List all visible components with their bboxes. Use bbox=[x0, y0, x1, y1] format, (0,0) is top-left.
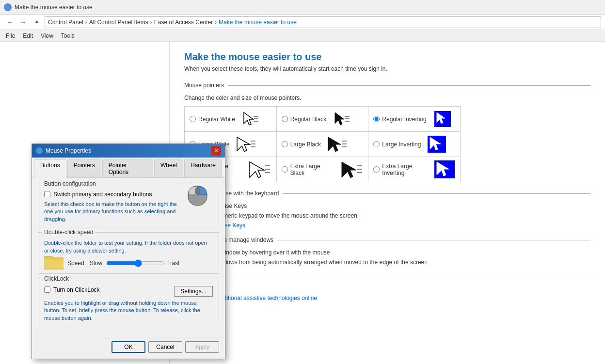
pointer-row-regular: Regular White Regular Black bbox=[185, 107, 460, 132]
svg-marker-16 bbox=[237, 137, 250, 152]
page-subtitle: When you select these tools, they will a… bbox=[184, 65, 590, 72]
mouse-pointers-section-header: Mouse pointers bbox=[184, 82, 590, 89]
radio-extra-large-inverting[interactable] bbox=[373, 166, 380, 173]
hover-activate-row: Activate a window by hovering over it wi… bbox=[184, 249, 590, 256]
radio-large-inverting[interactable] bbox=[373, 141, 380, 147]
pointer-img-extra-large-black bbox=[339, 161, 363, 178]
see-also-section-header: See also bbox=[184, 273, 590, 280]
keyboard-control-section-header: Control the mouse with the keyboard bbox=[184, 190, 590, 197]
prevent-arrange-label[interactable]: Prevent windows from being automatically… bbox=[193, 259, 428, 266]
up-button[interactable] bbox=[31, 16, 43, 28]
radio-regular-inverting[interactable] bbox=[373, 116, 380, 122]
menu-view[interactable]: View bbox=[37, 32, 57, 40]
svg-marker-33 bbox=[437, 162, 449, 176]
pointer-cell-regular-inverting: Regular Inverting bbox=[368, 107, 460, 131]
dialog-content: Button configuration bbox=[32, 178, 225, 337]
path-ease-of-access[interactable]: Ease of Access Center bbox=[154, 19, 213, 26]
tab-wheel[interactable]: Wheel bbox=[154, 159, 183, 177]
speed-slider[interactable] bbox=[106, 259, 164, 267]
menu-file[interactable]: File bbox=[2, 32, 19, 40]
regular-white-option[interactable]: Regular White bbox=[190, 116, 235, 123]
path-control-panel[interactable]: Control Panel bbox=[48, 19, 83, 26]
menu-edit[interactable]: Edit bbox=[19, 32, 37, 40]
mouse-settings-link[interactable]: Mouse settings bbox=[184, 286, 590, 293]
speed-label: Speed: bbox=[67, 260, 86, 267]
pointer-cell-large-inverting: Large Inverting bbox=[368, 132, 460, 157]
fast-label: Fast bbox=[168, 260, 179, 267]
manage-windows-divider bbox=[277, 240, 590, 240]
regular-black-option[interactable]: Regular Black bbox=[282, 116, 327, 123]
dialog-close-button[interactable]: ✕ bbox=[211, 146, 221, 156]
back-button[interactable]: ← bbox=[4, 16, 16, 28]
regular-inverting-option[interactable]: Regular Inverting bbox=[373, 116, 426, 123]
radio-extra-large-black[interactable] bbox=[282, 166, 288, 173]
pointer-cell-extra-large-black: Extra Large Black bbox=[277, 157, 369, 182]
tab-pointer-options[interactable]: Pointer Options bbox=[102, 159, 153, 177]
extra-large-inverting-option[interactable]: Extra Large Inverting bbox=[373, 163, 430, 176]
path-current: Make the mouse easier to use bbox=[219, 19, 297, 26]
svg-marker-11 bbox=[335, 112, 344, 125]
svg-marker-7 bbox=[244, 112, 253, 125]
pointer-row-extra-large: Extra Large White Extra Lar bbox=[185, 157, 460, 182]
radio-large-black[interactable] bbox=[282, 141, 288, 147]
svg-marker-15 bbox=[437, 112, 445, 124]
svg-marker-24 bbox=[430, 137, 441, 150]
tab-buttons[interactable]: Buttons bbox=[34, 159, 66, 178]
radio-regular-white[interactable] bbox=[190, 116, 196, 122]
window-icon bbox=[4, 3, 12, 11]
pointer-img-large-inverting bbox=[425, 136, 449, 153]
dialog-title-bar: Mouse Properties ✕ bbox=[32, 144, 225, 158]
page-title: Make the mouse easier to use bbox=[184, 51, 590, 63]
pointer-row-large: Large White Large Black bbox=[185, 132, 460, 157]
pointer-cell-large-black: Large Black bbox=[277, 132, 369, 157]
clicklock-label[interactable]: Turn on ClickLock bbox=[53, 286, 100, 293]
large-inverting-option[interactable]: Large Inverting bbox=[373, 141, 421, 148]
address-bar: ← → Control Panel › All Control Panel It… bbox=[0, 15, 605, 30]
pointers-grid: Regular White Regular Black bbox=[184, 106, 461, 182]
svg-rect-6 bbox=[44, 257, 64, 260]
button-config-title: Button configuration bbox=[42, 180, 98, 187]
dialog-buttons: OK Cancel Apply bbox=[32, 337, 225, 359]
ok-button[interactable]: OK bbox=[111, 341, 145, 353]
pointer-img-extra-large-inverting bbox=[433, 161, 455, 178]
clicklock-settings-button[interactable]: Settings... bbox=[174, 286, 213, 297]
svg-marker-25 bbox=[250, 162, 264, 178]
clicklock-description: Enables you to highlight or drag without… bbox=[44, 300, 213, 322]
address-path: Control Panel › All Control Panel Items … bbox=[45, 16, 601, 28]
double-click-section: Double-click speed Double-click the fold… bbox=[38, 232, 219, 274]
extra-large-black-option[interactable]: Extra Large Black bbox=[282, 163, 335, 176]
keyboard-section-divider bbox=[283, 193, 590, 194]
see-also-divider bbox=[211, 277, 590, 277]
menu-tools[interactable]: Tools bbox=[57, 32, 79, 40]
forward-button[interactable]: → bbox=[17, 16, 29, 28]
switch-buttons-label[interactable]: Switch primary and secondary buttons bbox=[53, 191, 152, 198]
double-click-title: Double-click speed bbox=[42, 229, 95, 236]
path-all-items[interactable]: All Control Panel Items bbox=[89, 19, 148, 26]
clicklock-title: ClickLock bbox=[42, 275, 71, 282]
title-bar-text: Make the mouse easier to use bbox=[15, 4, 93, 11]
pointer-img-large-white bbox=[234, 136, 258, 153]
svg-marker-20 bbox=[328, 137, 341, 152]
pointer-img-regular-inverting bbox=[430, 111, 455, 127]
button-config-section: Button configuration bbox=[38, 184, 219, 227]
radio-regular-black[interactable] bbox=[282, 116, 288, 122]
pointer-img-regular-white bbox=[239, 111, 263, 127]
double-click-description: Double-click the folder to test your set… bbox=[44, 239, 213, 254]
apply-button[interactable]: Apply bbox=[185, 341, 219, 353]
svg-marker-29 bbox=[342, 162, 356, 178]
folder-icon bbox=[44, 253, 64, 269]
dialog-title: Mouse Properties bbox=[46, 147, 91, 154]
large-black-option[interactable]: Large Black bbox=[282, 141, 321, 148]
clicklock-checkbox[interactable] bbox=[44, 286, 50, 293]
main-content: Mouse Properties ✕ Buttons Pointers Poin… bbox=[0, 42, 605, 364]
pointer-img-large-black bbox=[325, 136, 349, 153]
switch-buttons-checkbox[interactable] bbox=[44, 191, 50, 197]
manage-windows-section-header: Make it easier to manage windows bbox=[184, 237, 590, 243]
tab-hardware[interactable]: Hardware bbox=[184, 159, 222, 177]
mouse-illustration bbox=[184, 176, 211, 208]
dialog-icon bbox=[36, 147, 43, 154]
assistive-tech-link[interactable]: Learn about additional assistive technol… bbox=[184, 295, 590, 301]
menu-bar: File Edit View Tools bbox=[0, 30, 605, 42]
cancel-button[interactable]: Cancel bbox=[148, 341, 182, 353]
tab-pointers[interactable]: Pointers bbox=[67, 159, 101, 177]
